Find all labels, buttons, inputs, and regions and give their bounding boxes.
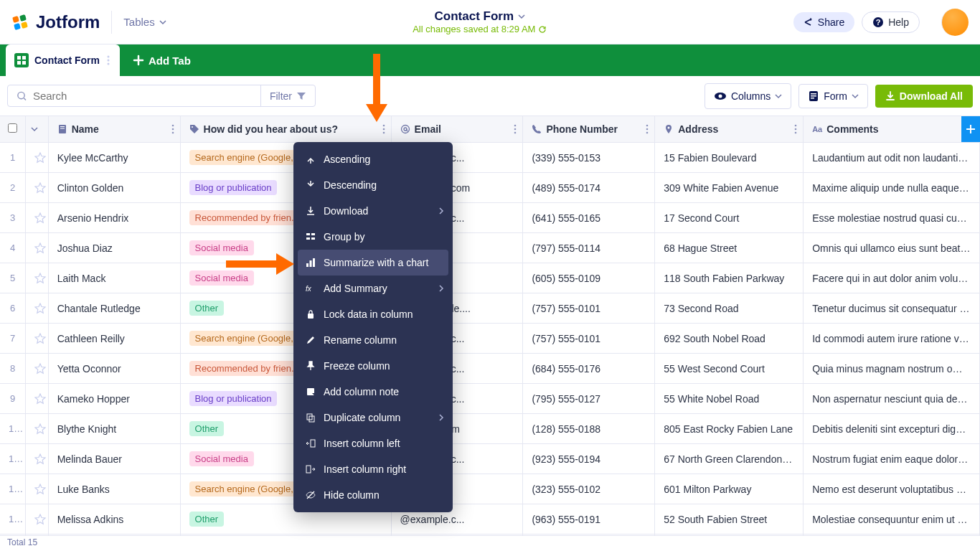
download-all-button[interactable]: Download All [875, 85, 973, 108]
form-button[interactable]: Form [798, 84, 868, 108]
cell-address[interactable]: 15 Fabien Boulevard [655, 143, 804, 173]
menu-item-descending[interactable]: Descending [293, 172, 453, 198]
share-button[interactable]: Share [793, 12, 854, 32]
column-menu-button[interactable] [514, 124, 517, 134]
menu-item-download[interactable]: Download [293, 198, 453, 224]
table-row[interactable]: 13 Melissa Adkins Other @example.c... (9… [0, 504, 980, 534]
cell-name[interactable]: Luke Banks [48, 474, 180, 504]
cell-hear[interactable]: Other [180, 534, 391, 536]
column-menu-button[interactable] [171, 124, 174, 134]
cell-comments[interactable]: Laudantium aut odit non laudantiu... [804, 143, 980, 173]
cell-address[interactable]: 601 Milton Parkway [655, 474, 804, 504]
column-menu-button[interactable] [382, 124, 385, 134]
star-button[interactable] [26, 263, 49, 293]
table-row[interactable]: 5 Laith Mack Social media mple.com (605)… [0, 263, 980, 293]
star-button[interactable] [26, 233, 49, 263]
cell-comments[interactable]: Facere qui in aut dolor anim volupta... [804, 263, 980, 293]
cell-phone[interactable]: (757) 555-0101 [523, 324, 655, 354]
cell-phone[interactable]: (923) 555-0194 [523, 444, 655, 474]
star-button[interactable] [26, 293, 49, 324]
table-row[interactable]: 2 Clinton Golden Blog or publication @ex… [0, 173, 980, 203]
add-tab-button[interactable]: Add Tab [123, 44, 201, 76]
table-row[interactable]: 4 Joshua Diaz Social media ample.com (79… [0, 233, 980, 263]
table-row[interactable]: 6 Chantale Rutledge Other ge@example....… [0, 293, 980, 324]
cell-comments[interactable]: Tenetur ducimus sit consequatur ali... [804, 293, 980, 324]
cell-comments[interactable]: Omnis qui ullamco eius sunt beatae... [804, 233, 980, 263]
cell-comments[interactable]: Nemo est deserunt voluptatibus de... [804, 474, 980, 504]
cell-address[interactable]: 805 East Rocky Fabien Lane [655, 414, 804, 444]
search-input[interactable] [33, 90, 252, 102]
star-button[interactable] [26, 203, 49, 233]
star-button[interactable] [26, 324, 49, 354]
column-header-email[interactable]: Email [391, 116, 523, 143]
cell-phone[interactable]: (963) 555-0191 [523, 504, 655, 534]
cell-comments[interactable]: Molestiae consequuntur enim ut cu... [804, 504, 980, 534]
logo[interactable]: Jotform [11, 12, 100, 32]
column-header-comments[interactable]: AaComments [804, 116, 980, 143]
table-row[interactable]: 8 Yetta Oconnor Recommended by frien... … [0, 354, 980, 384]
star-button[interactable] [26, 384, 49, 414]
cell-name[interactable]: Blythe Knight [48, 414, 180, 444]
column-header-hear[interactable]: How did you hear about us? [180, 116, 391, 143]
menu-item-add-summary[interactable]: fxAdd Summary [293, 276, 453, 301]
filter-button[interactable]: Filter [260, 85, 315, 106]
cell-address[interactable]: 73 Second Road [655, 293, 804, 324]
table-row[interactable]: 10 Blythe Knight Other example.com (128)… [0, 414, 980, 444]
tab-menu-button[interactable] [105, 54, 111, 67]
tables-dropdown[interactable]: Tables [123, 16, 166, 28]
cell-address[interactable]: 17 Second Court [655, 203, 804, 233]
search-box[interactable] [8, 85, 260, 106]
cell-phone[interactable]: (339) 555-0153 [523, 143, 655, 173]
table-row[interactable]: 11 Melinda Bauer Social media @example.c… [0, 444, 980, 474]
cell-phone[interactable]: (323) 555-0102 [523, 474, 655, 504]
star-button[interactable] [26, 534, 49, 536]
cell-phone[interactable]: (605) 555-0109 [523, 263, 655, 293]
cell-comments[interactable]: Maxime aliquip unde nulla eaque el... [804, 173, 980, 203]
cell-name[interactable]: Cathleen Reilly [48, 324, 180, 354]
cell-phone[interactable]: (757) 555-0101 [523, 293, 655, 324]
menu-item-hide-column[interactable]: Hide column [293, 482, 453, 508]
star-button[interactable] [26, 173, 49, 203]
table-row[interactable]: 9 Kameko Hopper Blog or publication @exa… [0, 384, 980, 414]
column-menu-button[interactable] [794, 124, 797, 134]
cell-address[interactable]: 55 White Nobel Road [655, 384, 804, 414]
cell-address[interactable]: 68 Hague Street [655, 233, 804, 263]
table-row[interactable]: 12 Luke Banks Search engine (Google, amp… [0, 474, 980, 504]
cell-phone[interactable]: (641) 555-0165 [523, 203, 655, 233]
menu-item-rename-column[interactable]: Rename column [293, 327, 453, 353]
cell-phone[interactable]: (128) 555-0188 [523, 414, 655, 444]
menu-item-ascending[interactable]: Ascending [293, 146, 453, 172]
cell-phone[interactable]: (489) 555-0174 [523, 173, 655, 203]
cell-name[interactable]: Clinton Golden [48, 173, 180, 203]
cell-comments[interactable]: Esse molestiae nostrud quasi cupid... [804, 203, 980, 233]
menu-item-duplicate-column[interactable]: Duplicate column [293, 405, 453, 430]
cell-address[interactable]: 52 South Fabien Street [655, 504, 804, 534]
cell-address[interactable]: 17 East Second Drive [655, 534, 804, 536]
table-row[interactable]: 1 Kylee McCarthy Search engine (Google, … [0, 143, 980, 173]
help-button[interactable]: ? Help [862, 11, 920, 33]
star-button[interactable] [26, 354, 49, 384]
cell-name[interactable]: Kylee McCarthy [48, 143, 180, 173]
cell-name[interactable]: Joshua Diaz [48, 233, 180, 263]
star-button[interactable] [26, 504, 49, 534]
form-title-dropdown[interactable]: Contact Form [435, 9, 526, 24]
cell-phone[interactable]: (684) 555-0176 [523, 354, 655, 384]
star-button[interactable] [26, 474, 49, 504]
cell-address[interactable]: 118 South Fabien Parkway [655, 263, 804, 293]
cell-comments[interactable]: Debitis deleniti sint excepturi dignis..… [804, 414, 980, 444]
cell-address[interactable]: 309 White Fabien Avenue [655, 173, 804, 203]
avatar[interactable] [941, 9, 969, 36]
cell-name[interactable]: Arsenio Hendrix [48, 203, 180, 233]
menu-item-insert-column-left[interactable]: Insert column left [293, 430, 453, 456]
cell-address[interactable]: 55 West Second Court [655, 354, 804, 384]
tab-contact-form[interactable]: Contact Form [6, 44, 120, 76]
menu-item-group-by[interactable]: Group by [293, 224, 453, 250]
cell-comments[interactable]: Quia minus magnam nostrum omni... [804, 354, 980, 384]
cell-comments[interactable]: Nostrum fugiat enim eaque dolores... [804, 444, 980, 474]
expand-header[interactable] [26, 116, 49, 143]
cell-phone[interactable]: (795) 555-0127 [523, 384, 655, 414]
cell-address[interactable]: 67 North Green Clarendon Ex... [655, 444, 804, 474]
cell-name[interactable]: Meredith Powers [48, 534, 180, 536]
select-all-header[interactable] [0, 116, 26, 143]
table-row[interactable]: 14 Meredith Powers Other rs@example.... … [0, 534, 980, 536]
